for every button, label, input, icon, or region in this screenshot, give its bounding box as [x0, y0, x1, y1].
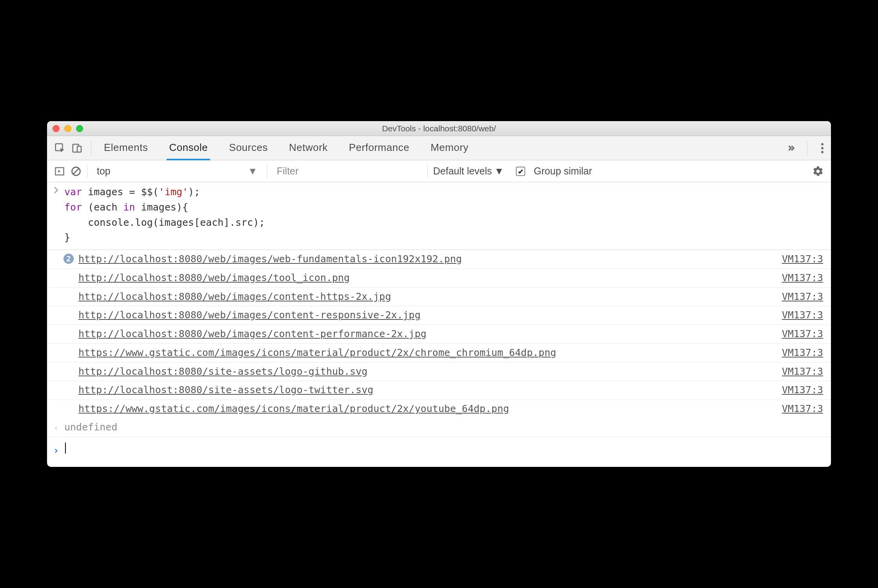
- source-location-link[interactable]: VM137:3: [782, 289, 823, 305]
- console-log-row: http://localhost:8080/site-assets/logo-g…: [47, 363, 831, 381]
- svg-rect-2: [77, 146, 81, 152]
- more-tabs-icon[interactable]: [785, 143, 796, 154]
- log-gutter: [52, 327, 60, 328]
- tab-elements[interactable]: Elements: [102, 136, 150, 160]
- divider: [87, 164, 87, 178]
- source-location-link[interactable]: VM137:3: [782, 401, 823, 417]
- tab-memory[interactable]: Memory: [428, 136, 471, 160]
- log-url[interactable]: http://localhost:8080/web/images/content…: [78, 327, 771, 342]
- console-output: var images = $$('img'); for (each in ima…: [47, 182, 831, 467]
- log-gutter: [52, 401, 60, 403]
- source-location-link[interactable]: VM137:3: [782, 327, 823, 342]
- window-title: DevTools - localhost:8080/web/: [47, 124, 831, 133]
- chevron-down-icon: ▼: [494, 165, 504, 177]
- log-url[interactable]: https://www.gstatic.com/images/icons/mat…: [78, 401, 771, 417]
- log-url[interactable]: http://localhost:8080/web/images/content…: [78, 308, 771, 323]
- panel-tabs: ElementsConsoleSourcesNetworkPerformance…: [102, 136, 780, 160]
- clear-console-icon[interactable]: [71, 166, 82, 177]
- log-gutter: [52, 270, 60, 272]
- execution-context-selector[interactable]: top ▼: [93, 165, 261, 178]
- log-gutter: [52, 252, 60, 253]
- svg-point-4: [821, 147, 824, 149]
- tab-console[interactable]: Console: [167, 136, 210, 160]
- svg-point-3: [821, 143, 824, 145]
- console-settings-icon[interactable]: [812, 165, 824, 177]
- console-toolbar: top ▼ Default levels ▼ Group similar: [47, 160, 831, 182]
- show-console-sidebar-icon[interactable]: [54, 166, 65, 177]
- log-gutter: [52, 345, 60, 347]
- console-log-row: http://localhost:8080/site-assets/logo-t…: [47, 381, 831, 400]
- log-levels-selector[interactable]: Default levels ▼: [433, 165, 504, 177]
- minimize-window-button[interactable]: [64, 125, 71, 132]
- close-window-button[interactable]: [53, 125, 60, 132]
- console-log-row: 2http://localhost:8080/web/images/web-fu…: [47, 250, 831, 269]
- console-log-row: http://localhost:8080/web/images/content…: [47, 288, 831, 307]
- log-url[interactable]: http://localhost:8080/web/images/web-fun…: [78, 252, 771, 267]
- repeat-count-badge: 2: [63, 254, 74, 264]
- log-url[interactable]: http://localhost:8080/site-assets/logo-t…: [78, 383, 771, 398]
- code-input: var images = $$('img'); for (each in ima…: [64, 185, 823, 245]
- source-location-link[interactable]: VM137:3: [782, 345, 823, 361]
- log-url[interactable]: http://localhost:8080/site-assets/logo-g…: [78, 364, 771, 379]
- levels-label: Default levels: [433, 165, 492, 177]
- context-label: top: [97, 165, 111, 177]
- prompt-caret-icon: ›: [52, 441, 60, 458]
- log-url[interactable]: https://www.gstatic.com/images/icons/mat…: [78, 345, 771, 361]
- toggle-device-toolbar-icon[interactable]: [71, 142, 83, 154]
- log-gutter: [52, 364, 60, 366]
- divider: [91, 141, 91, 156]
- console-log-row: http://localhost:8080/web/images/content…: [47, 306, 831, 325]
- svg-point-5: [821, 151, 824, 153]
- console-prompt[interactable]: ›: [47, 437, 831, 467]
- traffic-lights: [53, 125, 83, 132]
- titlebar: DevTools - localhost:8080/web/: [47, 121, 831, 136]
- input-caret-icon: [52, 185, 60, 194]
- devtools-window: DevTools - localhost:8080/web/ ElementsC…: [47, 121, 831, 467]
- group-similar-label: Group similar: [534, 165, 592, 177]
- customize-devtools-icon[interactable]: [821, 142, 824, 154]
- source-location-link[interactable]: VM137:3: [782, 252, 823, 267]
- divider: [807, 141, 807, 156]
- text-cursor: [65, 443, 66, 454]
- svg-line-8: [73, 169, 79, 174]
- console-input-echo: var images = $$('img'); for (each in ima…: [47, 182, 831, 250]
- log-url[interactable]: http://localhost:8080/web/images/content…: [78, 289, 771, 305]
- source-location-link[interactable]: VM137:3: [782, 364, 823, 379]
- divider: [267, 164, 267, 178]
- source-location-link[interactable]: VM137:3: [782, 383, 823, 398]
- tab-performance[interactable]: Performance: [346, 136, 412, 160]
- console-log-row: http://localhost:8080/web/images/content…: [47, 325, 831, 344]
- return-arrow-icon: ‹: [52, 420, 60, 435]
- log-url[interactable]: http://localhost:8080/web/images/tool_ic…: [78, 270, 771, 286]
- filter-input[interactable]: [273, 164, 422, 178]
- tab-network[interactable]: Network: [287, 136, 330, 160]
- devtools-tabstrip: ElementsConsoleSourcesNetworkPerformance…: [47, 136, 831, 160]
- log-gutter: [52, 383, 60, 384]
- group-similar-checkbox[interactable]: [516, 167, 525, 176]
- console-log-row: http://localhost:8080/web/images/tool_ic…: [47, 269, 831, 288]
- zoom-window-button[interactable]: [76, 125, 83, 132]
- log-gutter: [52, 308, 60, 309]
- chevron-down-icon: ▼: [248, 165, 258, 177]
- tab-sources[interactable]: Sources: [227, 136, 270, 160]
- inspect-element-icon[interactable]: [54, 142, 66, 154]
- return-value: undefined: [64, 420, 823, 435]
- console-log-row: https://www.gstatic.com/images/icons/mat…: [47, 400, 831, 418]
- source-location-link[interactable]: VM137:3: [782, 308, 823, 323]
- source-location-link[interactable]: VM137:3: [782, 270, 823, 286]
- console-return-row: ‹ undefined: [47, 418, 831, 437]
- log-gutter: [52, 289, 60, 291]
- divider: [427, 164, 428, 178]
- tabstrip-right: [785, 141, 824, 156]
- console-log-row: https://www.gstatic.com/images/icons/mat…: [47, 344, 831, 363]
